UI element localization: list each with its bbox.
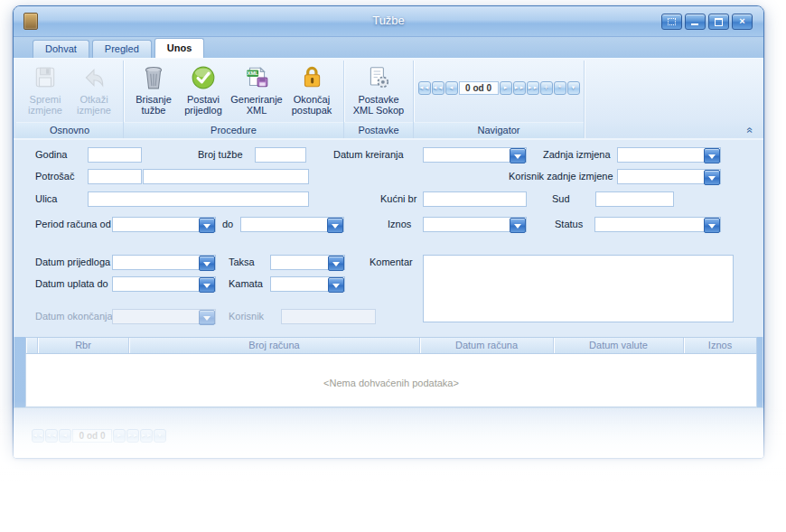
nav-last-button[interactable]: ►► <box>527 81 539 95</box>
chevron-down-icon[interactable] <box>704 170 720 185</box>
sud-input[interactable] <box>595 191 674 207</box>
footer-nav-next-button[interactable]: ► <box>113 429 126 443</box>
status-combo[interactable] <box>594 217 721 232</box>
nav-filter-button[interactable]: ▼ <box>567 81 580 95</box>
ulica-label: Ulica <box>35 191 57 207</box>
button-caption: Generiranje XML <box>229 94 285 116</box>
godina-input[interactable] <box>88 147 142 163</box>
komentar-label: Komentar <box>370 255 413 270</box>
caption-line: postupak <box>292 105 332 116</box>
nav-next-button[interactable]: ► <box>500 81 512 95</box>
record-navigator: ◄◄ ◄◄ ◄ 0 od 0 ► ►► ►► + * ▼ <box>418 81 580 95</box>
generiranje-xml-button[interactable]: XML Generiranje XML <box>229 62 285 116</box>
zadnja-izmjena-combo[interactable] <box>617 147 721 163</box>
footer-bar: ◄◄ ◄◄ ◄ 0 od 0 ► ►► ►► ▼ <box>14 407 763 459</box>
period-racuna-od-combo[interactable] <box>112 217 216 232</box>
datum-prijedloga-label: Datum prijedloga <box>35 255 110 270</box>
button-caption: Spremi izmjene <box>22 94 70 116</box>
tab-dohvat[interactable]: Dohvat <box>33 40 89 58</box>
nav-next-page-button[interactable]: ►► <box>513 81 526 95</box>
footer-nav-next-page-button[interactable]: ►► <box>126 429 139 443</box>
grid-header-datum-valute[interactable]: Datum valute <box>554 338 684 353</box>
caption-line: XML <box>247 105 267 116</box>
trash-icon <box>129 65 178 94</box>
ulica-input[interactable] <box>88 191 309 207</box>
group-label-postavke: Postavke <box>344 122 413 138</box>
footer-nav-prev-button[interactable]: ◄ <box>59 429 71 443</box>
ribbon-group-procedure: Brisanje tužbe Postavi prijedlog <box>124 61 344 138</box>
ribbon-group-navigator: ◄◄ ◄◄ ◄ 0 od 0 ► ►► ►► + * ▼ Navigator <box>414 61 585 138</box>
close-button[interactable]: × <box>732 14 753 30</box>
chevron-down-icon[interactable] <box>510 148 526 163</box>
okoncaj-postupak-button[interactable]: Okončaj postupak <box>285 62 338 116</box>
kucni-br-input[interactable] <box>423 191 527 207</box>
record-counter: 0 od 0 <box>459 81 499 95</box>
app-window: Tužbe × Dohvat Pregled Unos <box>13 5 764 459</box>
chevron-down-icon[interactable] <box>199 256 215 271</box>
chevron-down-icon[interactable] <box>199 277 215 293</box>
datum-okoncanja-combo[interactable] <box>112 309 216 324</box>
datum-prijedloga-combo[interactable] <box>112 255 216 270</box>
collapse-ribbon-icon[interactable]: « <box>746 127 755 134</box>
chevron-down-icon[interactable] <box>704 218 720 233</box>
chevron-down-icon[interactable] <box>328 277 344 293</box>
chevron-down-icon[interactable] <box>704 148 720 163</box>
footer-nav-first-button[interactable]: ◄◄ <box>32 429 44 443</box>
iznos-combo[interactable] <box>423 217 527 232</box>
potrosac-code-input[interactable] <box>88 169 142 184</box>
nav-first-button[interactable]: ◄◄ <box>418 81 431 95</box>
footer-nav-filter-button[interactable]: ▼ <box>154 429 166 443</box>
taksa-label: Taksa <box>229 255 255 270</box>
maximize-button[interactable] <box>708 14 729 30</box>
nav-prev-button[interactable]: ◄ <box>445 81 458 95</box>
skin-icon <box>668 18 676 25</box>
chevron-down-icon[interactable] <box>327 218 343 233</box>
footer-nav-last-button[interactable]: ►► <box>140 429 153 443</box>
tab-unos[interactable]: Unos <box>154 38 205 58</box>
datum-uplata-do-combo[interactable] <box>112 276 216 292</box>
period-do-label: do <box>222 217 233 232</box>
chevron-down-icon[interactable] <box>199 218 215 233</box>
taksa-combo[interactable] <box>270 255 345 270</box>
nav-add-button[interactable]: + <box>540 81 553 95</box>
brisanje-tuzbe-button[interactable]: Brisanje tužbe <box>129 62 178 116</box>
period-racuna-do-combo[interactable] <box>240 217 344 232</box>
footer-nav-prev-page-button[interactable]: ◄◄ <box>45 429 58 443</box>
save-floppy-icon <box>22 65 70 94</box>
grid-header-iznos[interactable]: Iznos <box>684 338 756 353</box>
kamata-combo[interactable] <box>270 276 345 292</box>
grid-header-datum-racuna[interactable]: Datum računa <box>420 338 554 353</box>
postavi-prijedlog-button[interactable]: Postavi prijedlog <box>179 62 228 116</box>
otkazi-izmjene-button[interactable]: Otkaži izmjene <box>70 62 118 116</box>
minimize-icon <box>691 23 698 25</box>
caption-line: tužbe <box>142 105 166 116</box>
broj-tuzbe-input[interactable] <box>255 147 306 163</box>
group-label-navigator: Navigator <box>414 122 584 138</box>
zadnja-izmjena-label: Zadnja izmjena <box>543 147 611 163</box>
button-caption: Postavi prijedlog <box>179 94 228 116</box>
group-label-osnovno: Osnovno <box>16 122 123 138</box>
chevron-down-icon[interactable] <box>328 256 344 271</box>
chevron-down-icon <box>199 310 215 325</box>
nav-edit-button[interactable]: * <box>554 81 566 95</box>
kucni-br-label: Kućni br <box>380 191 416 207</box>
chevron-down-icon[interactable] <box>510 218 526 233</box>
tab-pregled[interactable]: Pregled <box>92 40 152 58</box>
postavke-xml-sokop-button[interactable]: Postavke XML Sokop <box>346 62 411 116</box>
spremi-izmjene-button[interactable]: Spremi izmjene <box>22 62 70 116</box>
button-caption: Okončaj postupak <box>285 94 338 116</box>
skin-selector-button[interactable] <box>661 14 682 30</box>
grid-header-rbr[interactable]: Rbr <box>38 338 129 353</box>
titlebar[interactable]: Tužbe × <box>14 6 763 37</box>
datum-kreiranja-combo[interactable] <box>423 147 527 163</box>
caption-line: Generiranje <box>230 94 282 105</box>
korisnik-zadnje-izmjene-combo[interactable] <box>617 169 721 184</box>
grid-header-broj-racuna[interactable]: Broj računa <box>129 338 420 353</box>
caption-line: Postavi <box>187 94 220 105</box>
nav-prev-page-button[interactable]: ◄◄ <box>432 81 444 95</box>
minimize-button[interactable] <box>685 14 706 30</box>
grid-header: Rbr Broj računa Datum računa Datum valut… <box>25 337 757 354</box>
komentar-textarea[interactable] <box>423 255 734 322</box>
potrosac-name-input[interactable] <box>143 169 309 184</box>
korisnik-input <box>281 309 376 324</box>
